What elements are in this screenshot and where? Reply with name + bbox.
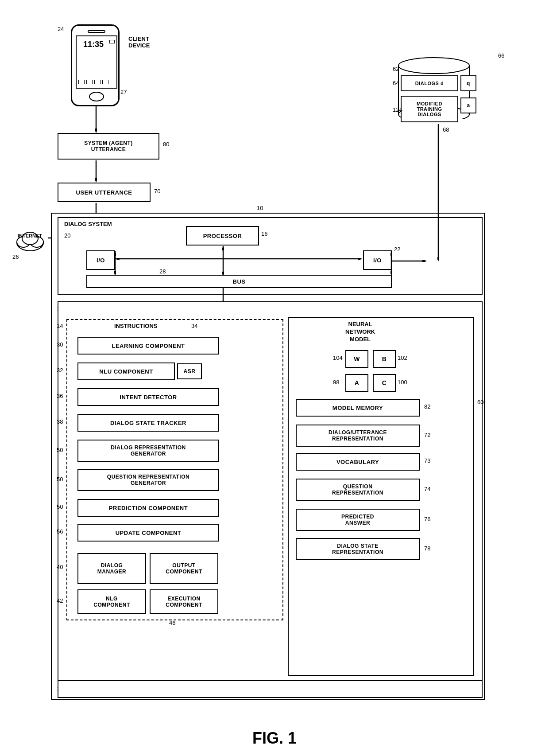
ref-50c: 50 — [57, 503, 63, 510]
ref-66: 66 — [498, 52, 504, 59]
phone: 11:35 — [71, 24, 120, 106]
instructions-label: INSTRUCTIONS — [114, 323, 158, 329]
ref-74: 74 — [424, 486, 430, 492]
ref-82: 82 — [424, 403, 430, 410]
q-box: q — [460, 75, 476, 91]
bus-box: BUS — [86, 275, 392, 288]
ref-22: 22 — [394, 246, 400, 253]
user-utterance-box: USER UTTERANCE — [58, 183, 151, 202]
dialog-rep-gen-box: DIALOG REPRESENTATION GENERATOR — [77, 440, 219, 462]
ref-16: 16 — [261, 230, 267, 237]
ref-40: 40 — [57, 564, 63, 570]
ref-72: 72 — [424, 432, 430, 438]
nlg-component-box: NLG COMPONENT — [77, 589, 146, 614]
dialog-system-label: DIALOG SYSTEM — [64, 221, 112, 227]
ref-102: 102 — [398, 355, 407, 361]
ref-56: 56 — [57, 528, 63, 535]
svg-marker-14 — [114, 251, 116, 256]
ref-38: 38 — [57, 418, 63, 425]
client-device-label: CLIENT DEVICE — [128, 35, 150, 49]
ref-32: 32 — [57, 367, 63, 374]
nlu-component-box: NLU COMPONENT — [77, 362, 175, 380]
ref-98: 98 — [333, 379, 339, 386]
internet-label: INTERNET — [18, 233, 42, 238]
dialog-state-tracker-box: DIALOG STATE TRACKER — [77, 414, 219, 432]
output-component-box: OUTPUT COMPONENT — [150, 553, 218, 584]
svg-marker-13 — [114, 271, 116, 276]
asr-box: ASR — [177, 363, 202, 379]
arrow-io-horizontal — [115, 258, 364, 260]
modified-training-box: MODIFIED TRAINING DIALOGS — [401, 96, 458, 122]
ref-76: 76 — [424, 516, 430, 522]
ref-36: 36 — [57, 393, 63, 399]
ref-27: 27 — [120, 89, 127, 95]
fig-title: FIG. 1 — [213, 729, 336, 748]
svg-marker-17 — [222, 246, 224, 250]
server-computer-box — [58, 680, 483, 698]
arrow-sys-user — [95, 160, 97, 183]
ref-10: 10 — [257, 205, 263, 211]
ref-124: 124 — [393, 106, 402, 113]
prediction-component-box: PREDICTION COMPONENT — [77, 499, 219, 517]
svg-marker-23 — [358, 258, 362, 260]
svg-marker-30 — [437, 257, 439, 261]
w-box: W — [345, 350, 368, 368]
svg-marker-22 — [115, 258, 120, 260]
ref-26: 26 — [12, 253, 19, 260]
execution-component-box: EXECUTION COMPONENT — [150, 589, 218, 614]
ref-46: 46 — [169, 620, 175, 626]
ref-100: 100 — [398, 379, 407, 386]
ref-104: 104 — [333, 355, 343, 361]
ref-34: 34 — [191, 323, 197, 329]
question-rep-gen-box: QUESTION REPRESENTATION GENERATOR — [77, 469, 219, 491]
learning-component-box: LEARNING COMPONENT — [77, 337, 219, 355]
svg-marker-3 — [95, 178, 97, 183]
update-component-box: UPDATE COMPONENT — [77, 524, 219, 542]
predicted-answer-box: PREDICTED ANSWER — [296, 509, 420, 531]
ref-28: 28 — [159, 268, 166, 275]
dialog-state-rep-box: DIALOG STATE REPRESENTATION — [296, 538, 420, 560]
ref-78: 78 — [424, 545, 430, 552]
ref-30: 30 — [57, 341, 63, 348]
neural-network-label: NEURAL NETWORK MODEL — [345, 321, 375, 343]
ref-73: 73 — [424, 457, 430, 464]
ref-20: 20 — [64, 232, 70, 239]
model-memory-box: MODEL MEMORY — [296, 399, 420, 417]
a-ans-box: a — [460, 97, 476, 113]
ref-50b: 50 — [57, 476, 63, 483]
ref-64: 64 — [393, 80, 399, 86]
dialog-manager-box: DIALOG MANAGER — [77, 553, 146, 584]
ref-70: 70 — [154, 188, 160, 195]
dialog-utterance-rep-box: DIALOG/UTTERANCE REPRESENTATION — [296, 425, 420, 447]
internet-cloud: INTERNET — [12, 225, 48, 252]
arrow-io-bus-left — [114, 251, 116, 276]
ref-14: 14 — [57, 323, 63, 329]
svg-marker-19 — [390, 271, 392, 276]
ref-62: 62 — [393, 66, 399, 72]
system-utterance-box: SYSTEM (AGENT) UTTERANCE — [58, 133, 159, 160]
ref-24: 24 — [58, 26, 64, 32]
svg-point-27 — [398, 58, 469, 74]
arrow-bus-io-right — [390, 251, 392, 276]
arrow-training-io — [437, 124, 439, 261]
svg-marker-32 — [95, 129, 97, 133]
io-right-box: I/O — [363, 250, 392, 270]
diagram: FIG. 1 11:35 24 27 CLIENT DEVICE — [0, 0, 549, 756]
intent-detector-box: INTENT DETECTOR — [77, 388, 219, 406]
ref-60: 60 — [477, 399, 483, 405]
svg-marker-34 — [422, 260, 427, 262]
processor-box: PROCESSOR — [186, 226, 259, 246]
question-rep-box: QUESTION REPRESENTATION — [296, 479, 420, 501]
arrow-device-system2 — [95, 109, 97, 133]
vocabulary-box: VOCABULARY — [296, 453, 420, 471]
a-box: A — [345, 374, 368, 392]
ref-80: 80 — [163, 141, 169, 148]
svg-marker-20 — [390, 251, 392, 256]
io-left-box: I/O — [86, 250, 115, 270]
ref-42: 42 — [57, 597, 63, 604]
svg-marker-16 — [222, 272, 224, 276]
arrow-proc-bus — [222, 246, 224, 276]
c-box: C — [373, 374, 396, 392]
b-box: B — [373, 350, 396, 368]
ref-68: 68 — [443, 126, 449, 133]
